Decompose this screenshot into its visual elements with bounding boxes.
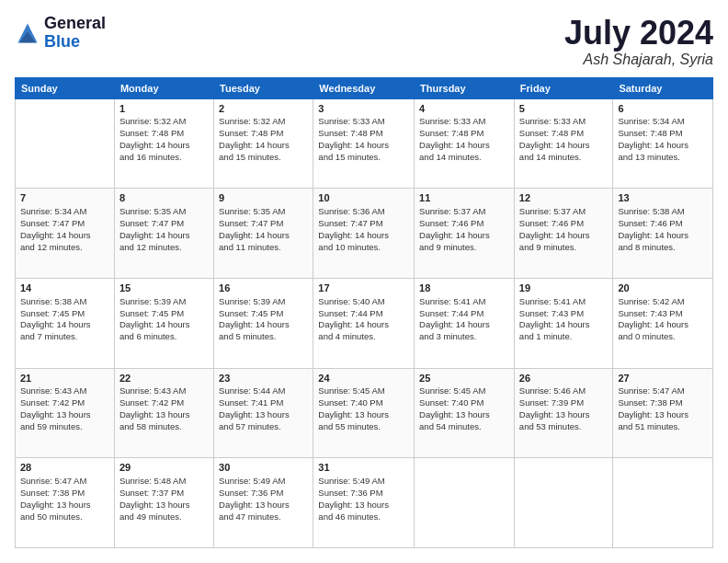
day-info: Sunrise: 5:34 AM Sunset: 7:47 PM Dayligh… xyxy=(20,206,109,253)
calendar-cell: 6Sunrise: 5:34 AM Sunset: 7:48 PM Daylig… xyxy=(613,98,713,189)
day-number: 11 xyxy=(419,191,509,205)
calendar-week-4: 28Sunrise: 5:47 AM Sunset: 7:38 PM Dayli… xyxy=(16,458,713,548)
calendar-cell: 9Sunrise: 5:35 AM Sunset: 7:47 PM Daylig… xyxy=(214,189,313,279)
calendar-cell: 17Sunrise: 5:40 AM Sunset: 7:44 PM Dayli… xyxy=(313,278,415,368)
day-number: 21 xyxy=(20,372,109,385)
calendar-cell: 30Sunrise: 5:49 AM Sunset: 7:36 PM Dayli… xyxy=(214,458,313,548)
calendar-week-2: 14Sunrise: 5:38 AM Sunset: 7:45 PM Dayli… xyxy=(16,278,713,368)
day-number: 23 xyxy=(219,372,308,385)
calendar-cell: 15Sunrise: 5:39 AM Sunset: 7:45 PM Dayli… xyxy=(114,278,213,368)
day-info: Sunrise: 5:49 AM Sunset: 7:36 PM Dayligh… xyxy=(219,476,308,523)
logo-icon xyxy=(15,20,40,46)
calendar-cell: 2Sunrise: 5:32 AM Sunset: 7:48 PM Daylig… xyxy=(214,98,313,189)
calendar-cell: 24Sunrise: 5:45 AM Sunset: 7:40 PM Dayli… xyxy=(313,368,415,458)
calendar-cell: 5Sunrise: 5:33 AM Sunset: 7:48 PM Daylig… xyxy=(514,98,613,189)
day-header-thursday: Thursday xyxy=(415,77,515,98)
title-block: July 2024 Ash Shajarah, Syria xyxy=(564,15,713,68)
month-title: July 2024 xyxy=(564,15,713,52)
day-info: Sunrise: 5:48 AM Sunset: 7:37 PM Dayligh… xyxy=(119,476,209,523)
day-info: Sunrise: 5:43 AM Sunset: 7:42 PM Dayligh… xyxy=(20,385,109,432)
day-info: Sunrise: 5:49 AM Sunset: 7:36 PM Dayligh… xyxy=(318,476,409,523)
day-number: 5 xyxy=(519,102,609,116)
day-number: 1 xyxy=(119,102,209,116)
day-number: 13 xyxy=(618,191,708,205)
day-info: Sunrise: 5:36 AM Sunset: 7:47 PM Dayligh… xyxy=(318,206,409,253)
day-header-saturday: Saturday xyxy=(613,77,713,98)
calendar-cell: 1Sunrise: 5:32 AM Sunset: 7:48 PM Daylig… xyxy=(114,98,213,189)
calendar-cell: 3Sunrise: 5:33 AM Sunset: 7:48 PM Daylig… xyxy=(313,98,415,189)
day-number: 14 xyxy=(20,282,109,295)
day-number: 18 xyxy=(419,282,509,295)
day-number: 15 xyxy=(119,282,209,295)
calendar-header-row: SundayMondayTuesdayWednesdayThursdayFrid… xyxy=(16,77,713,98)
day-info: Sunrise: 5:34 AM Sunset: 7:48 PM Dayligh… xyxy=(618,116,708,163)
day-number: 16 xyxy=(219,282,308,295)
calendar-cell: 25Sunrise: 5:45 AM Sunset: 7:40 PM Dayli… xyxy=(415,368,515,458)
day-info: Sunrise: 5:37 AM Sunset: 7:46 PM Dayligh… xyxy=(419,206,509,253)
day-info: Sunrise: 5:41 AM Sunset: 7:44 PM Dayligh… xyxy=(419,296,509,343)
logo-line1: General xyxy=(44,15,106,33)
header: General Blue July 2024 Ash Shajarah, Syr… xyxy=(15,15,713,68)
calendar-cell: 16Sunrise: 5:39 AM Sunset: 7:45 PM Dayli… xyxy=(214,278,313,368)
day-number: 8 xyxy=(119,191,209,205)
day-number: 2 xyxy=(219,102,308,116)
day-info: Sunrise: 5:45 AM Sunset: 7:40 PM Dayligh… xyxy=(419,385,509,432)
day-number: 19 xyxy=(519,282,609,295)
day-number: 25 xyxy=(419,372,509,385)
day-info: Sunrise: 5:33 AM Sunset: 7:48 PM Dayligh… xyxy=(519,116,609,163)
day-number: 7 xyxy=(20,191,109,205)
day-info: Sunrise: 5:44 AM Sunset: 7:41 PM Dayligh… xyxy=(219,385,308,432)
day-number: 31 xyxy=(318,461,409,475)
day-number: 6 xyxy=(618,102,708,116)
day-number: 26 xyxy=(519,372,609,385)
calendar-cell: 13Sunrise: 5:38 AM Sunset: 7:46 PM Dayli… xyxy=(613,189,713,279)
day-info: Sunrise: 5:40 AM Sunset: 7:44 PM Dayligh… xyxy=(318,296,409,343)
day-number: 4 xyxy=(419,102,509,116)
calendar-cell: 7Sunrise: 5:34 AM Sunset: 7:47 PM Daylig… xyxy=(16,189,115,279)
day-info: Sunrise: 5:33 AM Sunset: 7:48 PM Dayligh… xyxy=(419,116,509,163)
day-header-friday: Friday xyxy=(514,77,613,98)
day-info: Sunrise: 5:32 AM Sunset: 7:48 PM Dayligh… xyxy=(219,116,308,163)
day-number: 22 xyxy=(119,372,209,385)
day-header-sunday: Sunday xyxy=(16,77,115,98)
day-number: 27 xyxy=(618,372,708,385)
logo: General Blue xyxy=(15,15,106,52)
day-info: Sunrise: 5:47 AM Sunset: 7:38 PM Dayligh… xyxy=(618,385,708,432)
calendar-table: SundayMondayTuesdayWednesdayThursdayFrid… xyxy=(15,77,713,548)
calendar-cell xyxy=(514,458,613,548)
day-info: Sunrise: 5:38 AM Sunset: 7:45 PM Dayligh… xyxy=(20,296,109,343)
calendar-cell: 14Sunrise: 5:38 AM Sunset: 7:45 PM Dayli… xyxy=(16,278,115,368)
calendar-cell xyxy=(415,458,515,548)
calendar-cell: 22Sunrise: 5:43 AM Sunset: 7:42 PM Dayli… xyxy=(114,368,213,458)
day-number: 9 xyxy=(219,191,308,205)
day-number: 12 xyxy=(519,191,609,205)
day-info: Sunrise: 5:46 AM Sunset: 7:39 PM Dayligh… xyxy=(519,385,609,432)
calendar-cell: 19Sunrise: 5:41 AM Sunset: 7:43 PM Dayli… xyxy=(514,278,613,368)
calendar-cell xyxy=(613,458,713,548)
calendar-cell: 11Sunrise: 5:37 AM Sunset: 7:46 PM Dayli… xyxy=(415,189,515,279)
day-number: 30 xyxy=(219,461,308,475)
calendar-week-0: 1Sunrise: 5:32 AM Sunset: 7:48 PM Daylig… xyxy=(16,98,713,189)
day-info: Sunrise: 5:32 AM Sunset: 7:48 PM Dayligh… xyxy=(119,116,209,163)
day-header-wednesday: Wednesday xyxy=(313,77,415,98)
day-info: Sunrise: 5:47 AM Sunset: 7:38 PM Dayligh… xyxy=(20,476,109,523)
day-number: 24 xyxy=(318,372,409,385)
calendar-cell: 4Sunrise: 5:33 AM Sunset: 7:48 PM Daylig… xyxy=(415,98,515,189)
day-info: Sunrise: 5:37 AM Sunset: 7:46 PM Dayligh… xyxy=(519,206,609,253)
calendar-cell: 8Sunrise: 5:35 AM Sunset: 7:47 PM Daylig… xyxy=(114,189,213,279)
page: General Blue July 2024 Ash Shajarah, Syr… xyxy=(0,0,728,563)
calendar-cell: 10Sunrise: 5:36 AM Sunset: 7:47 PM Dayli… xyxy=(313,189,415,279)
calendar-cell: 27Sunrise: 5:47 AM Sunset: 7:38 PM Dayli… xyxy=(613,368,713,458)
day-number: 20 xyxy=(618,282,708,295)
day-header-tuesday: Tuesday xyxy=(214,77,313,98)
calendar-cell: 12Sunrise: 5:37 AM Sunset: 7:46 PM Dayli… xyxy=(514,189,613,279)
calendar-cell: 28Sunrise: 5:47 AM Sunset: 7:38 PM Dayli… xyxy=(16,458,115,548)
calendar-week-3: 21Sunrise: 5:43 AM Sunset: 7:42 PM Dayli… xyxy=(16,368,713,458)
day-number: 3 xyxy=(318,102,409,116)
day-info: Sunrise: 5:38 AM Sunset: 7:46 PM Dayligh… xyxy=(618,206,708,253)
calendar-week-1: 7Sunrise: 5:34 AM Sunset: 7:47 PM Daylig… xyxy=(16,189,713,279)
day-info: Sunrise: 5:33 AM Sunset: 7:48 PM Dayligh… xyxy=(318,116,409,163)
day-info: Sunrise: 5:43 AM Sunset: 7:42 PM Dayligh… xyxy=(119,385,209,432)
calendar-cell: 29Sunrise: 5:48 AM Sunset: 7:37 PM Dayli… xyxy=(114,458,213,548)
calendar-cell: 31Sunrise: 5:49 AM Sunset: 7:36 PM Dayli… xyxy=(313,458,415,548)
